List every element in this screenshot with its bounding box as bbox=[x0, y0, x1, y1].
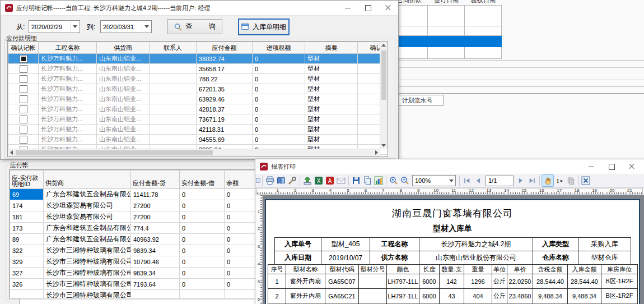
title-bar[interactable]: 报表打印 bbox=[255, 159, 644, 174]
scroll-down-icon[interactable] bbox=[381, 144, 386, 147]
payable-account-row[interactable]: 69 广东合和建筑五金制品有限公司 11411.78 0 0 bbox=[10, 189, 259, 200]
row-checkbox[interactable] bbox=[20, 55, 27, 63]
copy-page-icon[interactable] bbox=[373, 175, 384, 186]
row-checkbox[interactable] bbox=[20, 95, 27, 103]
column-header-confirm[interactable]: 确认记帐 bbox=[8, 42, 39, 54]
payable-account-row[interactable]: 174 长沙坦森贸易有限公司 27200 0 0 bbox=[10, 200, 259, 211]
close-button[interactable] bbox=[378, 1, 398, 15]
row-checkbox[interactable] bbox=[20, 65, 27, 73]
payable-account-row[interactable]: 327 长沙市三湘特种玻璃有限公司 9839.34 0 0 bbox=[10, 268, 259, 279]
zoom-combo[interactable]: 100% bbox=[412, 175, 456, 186]
row-checkbox[interactable] bbox=[20, 126, 27, 133]
table-row[interactable] bbox=[391, 5, 502, 16]
send-mail-icon[interactable] bbox=[335, 175, 347, 186]
scroll-left-icon[interactable] bbox=[10, 150, 13, 155]
column-header-supplier[interactable]: 供货商 bbox=[97, 42, 150, 54]
inbound-detail-button[interactable]: 入库单明细 bbox=[238, 19, 290, 35]
payable-detail-row[interactable]: 长沙万科魅力... 山东南山铝业... 94555.69 0 型材 251 bbox=[8, 135, 389, 145]
minimize-button[interactable] bbox=[581, 159, 601, 174]
zoom-out-icon[interactable] bbox=[399, 175, 410, 186]
preview-icon[interactable] bbox=[256, 175, 260, 186]
column-header-paid[interactable]: 实付金额-借 bbox=[180, 171, 225, 189]
export-icon[interactable] bbox=[302, 175, 313, 186]
from-date-combo[interactable]: 2020/02/29 bbox=[29, 20, 80, 33]
close-preview-icon[interactable] bbox=[580, 175, 591, 186]
row-checkbox[interactable] bbox=[20, 75, 27, 83]
detail-column-header: 含税金额 bbox=[533, 265, 568, 274]
export-excel-icon[interactable]: X bbox=[313, 175, 324, 186]
column-header-summary[interactable]: 摘要 bbox=[305, 42, 358, 54]
page-setup-icon[interactable] bbox=[276, 175, 287, 186]
column-header[interactable]: 签订日期 bbox=[428, 0, 465, 4]
column-header-payable[interactable]: 应付金额-贷 bbox=[131, 171, 180, 189]
table-row[interactable] bbox=[391, 26, 502, 36]
chevron-down-icon[interactable] bbox=[70, 21, 80, 33]
column-header-contact[interactable]: 联系人 bbox=[150, 42, 197, 54]
maximize-button[interactable] bbox=[358, 1, 378, 15]
scroll-up-icon[interactable] bbox=[381, 44, 386, 47]
last-page-icon[interactable] bbox=[526, 175, 538, 186]
pages-icon[interactable] bbox=[362, 175, 373, 186]
save-icon[interactable] bbox=[351, 175, 362, 186]
hand-tool-icon[interactable] bbox=[542, 174, 554, 187]
query-button[interactable]: 查 询 bbox=[167, 19, 222, 34]
chevron-down-icon[interactable] bbox=[142, 21, 151, 33]
prev-page-icon[interactable] bbox=[473, 175, 484, 186]
payable-detail-row[interactable]: 长沙万科魅力... 山东南山铝业... 38032.74 0 型材 405 bbox=[8, 54, 389, 64]
horizontal-scrollbar[interactable] bbox=[8, 149, 380, 156]
payable-account-row[interactable]: 173 广东合和建筑五金制品有限公司 774.4 0 0 bbox=[10, 223, 259, 234]
print-icon[interactable] bbox=[264, 175, 276, 186]
maximize-button[interactable] bbox=[601, 159, 622, 174]
title-bar[interactable]: 应付明细记帐------当前工程: 长沙万科魅力之城4.2期------当前用户… bbox=[1, 1, 398, 16]
payable-account-row[interactable]: 181 长沙坦森贸易有限公司 27200 0 0 bbox=[10, 211, 259, 223]
payable-detail-row[interactable]: 长沙万科魅力... 山东南山铝业... 42818.37 0 型材 275 bbox=[8, 104, 389, 114]
chevron-down-icon[interactable] bbox=[447, 179, 455, 182]
payable-account-row[interactable]: 长沙市三湘特种玻璃有限公司 bbox=[10, 290, 259, 299]
print-preview-area[interactable]: 123456 湖南亘晟门窗幕墙有限公司 型材入库单 入库单号 型材_405 工程… bbox=[255, 195, 644, 304]
first-page-icon[interactable] bbox=[461, 175, 473, 186]
column-header-balance[interactable]: 余额 bbox=[225, 171, 259, 189]
to-date-combo[interactable]: 2020/03/31 bbox=[100, 20, 152, 33]
column-header-id[interactable]: 应-实付款明细ID bbox=[10, 171, 44, 189]
plan-serial-field[interactable]: 计划流水号 bbox=[391, 95, 444, 106]
options-icon[interactable] bbox=[287, 175, 298, 186]
payable-account-row[interactable]: 329 长沙市三湘特种玻璃有限公司 10790.46 0 0 bbox=[10, 256, 259, 268]
export-pdf-icon[interactable]: A bbox=[324, 175, 335, 186]
payable-detail-row[interactable]: 长沙万科魅力... 山东南山铝业... 788.22 0 型材 358 bbox=[8, 74, 389, 84]
row-checkbox[interactable] bbox=[20, 85, 27, 93]
row-checkbox[interactable] bbox=[20, 136, 27, 144]
detail-column-header: 入库金额 bbox=[568, 265, 601, 274]
column-header[interactable]: 验收日期 bbox=[465, 0, 502, 4]
close-button[interactable] bbox=[622, 159, 642, 174]
payable-detail-row[interactable]: 长沙万科魅力... 山东南山铝业... 63929.46 0 型材 276 bbox=[8, 94, 389, 104]
payable-account-row[interactable]: 322 长沙市三湘特种玻璃有限公司 9839.34 0 0 bbox=[10, 245, 259, 256]
detail-column-header: 库房库位 bbox=[601, 265, 638, 274]
vertical-scrollbar[interactable] bbox=[380, 42, 388, 149]
payable-detail-row[interactable]: 长沙万科魅力... 山东南山铝业... 35658.17 0 型材 376 bbox=[8, 64, 389, 74]
table-row[interactable] bbox=[391, 47, 502, 59]
scroll-right-icon[interactable] bbox=[375, 150, 378, 155]
zoom-in-icon[interactable] bbox=[388, 175, 399, 186]
column-header-tax[interactable]: 进项税额 bbox=[253, 42, 305, 54]
payable-detail-row[interactable]: 长沙万科魅力... 山东南山铝业... 73671.19 0 型材 266 bbox=[8, 114, 389, 125]
next-page-icon[interactable] bbox=[515, 175, 526, 186]
page-number-box[interactable]: 1/1 bbox=[486, 176, 514, 186]
app-icon bbox=[5, 4, 13, 12]
payable-detail-row[interactable]: 长沙万科魅力... 山东南山铝业... 67201.35 0 型材 283 bbox=[8, 84, 389, 94]
column-header-amount[interactable]: 应付金额 bbox=[197, 42, 253, 54]
info-label: 工程名称 bbox=[370, 238, 419, 251]
row-checkbox[interactable] bbox=[20, 105, 27, 113]
column-header-supplier[interactable]: 供货商 bbox=[44, 171, 131, 189]
table-row[interactable] bbox=[391, 16, 502, 26]
column-header-project[interactable]: 工程名称 bbox=[39, 42, 97, 54]
minimize-button[interactable] bbox=[338, 1, 358, 15]
payable-account-row[interactable]: 89 广东合和建筑五金制品有限公司 40963.92 0 0 bbox=[10, 234, 259, 245]
row-checkbox[interactable] bbox=[20, 116, 27, 123]
payable-account-row[interactable]: 326 长沙市三湘特种玻璃有限公司 7193.64 0 0 bbox=[10, 279, 259, 290]
payable-detail-row[interactable]: 长沙万科魅力... 山东南山铝业... 42118.31 0 型材 265 bbox=[8, 125, 389, 135]
info-label: 入库类型 bbox=[533, 238, 578, 251]
payable-account-grid: 应-实付款明细ID 供货商 应付金额-贷 实付金额-借 余额 69 广东合和建筑… bbox=[9, 169, 260, 298]
table-row-selected[interactable] bbox=[391, 36, 502, 47]
copy-icon[interactable] bbox=[565, 175, 576, 186]
text-select-tool-icon[interactable]: I bbox=[554, 175, 565, 186]
